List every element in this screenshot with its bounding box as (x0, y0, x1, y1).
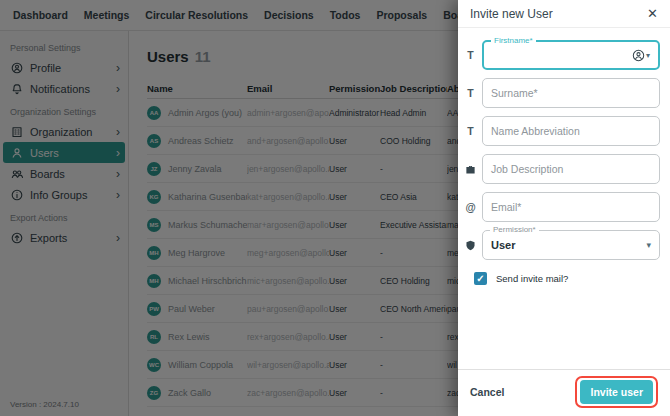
close-icon[interactable]: ✕ (647, 7, 658, 20)
name-abbreviation-placeholder: Name Abbreviation (491, 125, 580, 137)
invite-user-button[interactable]: Invite user (580, 380, 653, 404)
permission-label: Permission* (490, 225, 539, 234)
permission-value: User (491, 239, 515, 251)
briefcase-icon (463, 164, 478, 175)
field-row-firstname: TFirstname*▾ (463, 40, 660, 70)
field-row-job-description: Job Description (463, 154, 660, 184)
surname-placeholder: Surname* (491, 87, 538, 99)
text-icon: T (463, 87, 478, 99)
field-row-surname: TSurname* (463, 78, 660, 108)
field-row-email: @Email* (463, 192, 660, 222)
checkbox-checked-icon[interactable]: ✓ (474, 272, 487, 285)
send-invite-checkbox-row[interactable]: ✓ Send invite mail? (474, 272, 670, 285)
target-annotation: Invite user (575, 376, 658, 408)
name-abbreviation-input[interactable]: Name Abbreviation (482, 116, 660, 146)
firstname-input[interactable]: Firstname*▾ (482, 40, 660, 70)
dialog-header: Invite new User ✕ (458, 0, 670, 28)
text-icon: T (463, 49, 478, 61)
dialog-fields: TFirstname*▾TSurname*TName AbbreviationJ… (458, 28, 670, 268)
job-description-input[interactable]: Job Description (482, 154, 660, 184)
app-root: DashboardMeetingsCircular ResolutionsDec… (0, 0, 670, 416)
cancel-button[interactable]: Cancel (470, 382, 504, 402)
send-invite-label: Send invite mail? (496, 273, 568, 284)
at-icon: @ (463, 201, 478, 213)
field-row-name-abbreviation: TName Abbreviation (463, 116, 660, 146)
avatar-select-icon[interactable]: ▾ (632, 49, 650, 62)
shield-icon (463, 240, 478, 251)
permission-input[interactable]: Permission*User▾ (482, 230, 660, 260)
firstname-label: Firstname* (491, 36, 536, 45)
email-placeholder: Email* (491, 201, 521, 213)
dialog-footer: Cancel Invite user (458, 369, 670, 416)
chevron-down-icon: ▾ (646, 240, 651, 250)
job-description-placeholder: Job Description (491, 163, 563, 175)
field-row-permission: Permission*User▾ (463, 230, 660, 260)
surname-input[interactable]: Surname* (482, 78, 660, 108)
email-input[interactable]: Email* (482, 192, 660, 222)
text-icon: T (463, 125, 478, 137)
chevron-down-icon: ▾ (646, 51, 650, 60)
invite-user-dialog: Invite new User ✕ TFirstname*▾TSurname*T… (458, 0, 670, 416)
dialog-title: Invite new User (470, 7, 553, 21)
